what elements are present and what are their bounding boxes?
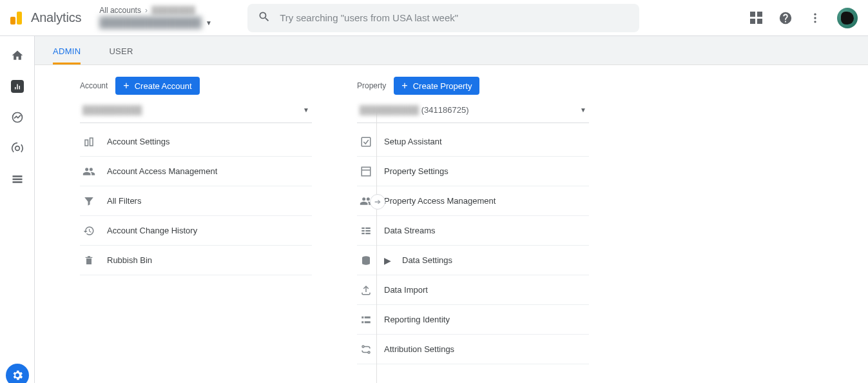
setup-assistant-item[interactable]: Setup Assistant xyxy=(357,127,589,157)
help-icon[interactable] xyxy=(778,10,793,26)
account-history-item[interactable]: Account Change History xyxy=(80,216,312,246)
svg-rect-5 xyxy=(362,137,371,146)
svg-rect-11 xyxy=(365,227,371,228)
svg-rect-17 xyxy=(365,316,371,318)
product-name: Analytics xyxy=(31,10,81,25)
svg-rect-9 xyxy=(362,230,365,231)
svg-point-20 xyxy=(362,346,364,348)
svg-rect-8 xyxy=(362,227,365,228)
property-column: Property + Create Property ██████████ ██… xyxy=(357,77,589,364)
column-divider xyxy=(376,110,377,383)
svg-rect-6 xyxy=(362,167,371,176)
breadcrumb-sub: ██████████████ xyxy=(99,16,202,30)
data-settings-item[interactable]: ▶ Data Settings xyxy=(357,246,589,275)
account-picker[interactable]: All accounts › ████████ ██████████████ ▼ xyxy=(99,6,235,29)
identity-icon xyxy=(360,313,372,326)
svg-rect-13 xyxy=(365,233,371,234)
reporting-identity-item[interactable]: Reporting Identity xyxy=(357,305,589,335)
breadcrumb-entity: ████████ xyxy=(151,6,195,16)
avatar[interactable] xyxy=(837,8,858,28)
svg-rect-19 xyxy=(365,321,371,323)
account-settings-item[interactable]: Account Settings xyxy=(80,127,312,157)
more-vert-icon[interactable] xyxy=(807,10,823,26)
left-nav xyxy=(0,36,35,383)
building-icon xyxy=(82,135,95,148)
plus-icon: + xyxy=(123,81,129,91)
svg-point-0 xyxy=(814,13,816,15)
svg-rect-10 xyxy=(362,233,365,234)
database-icon xyxy=(360,254,372,267)
attribution-settings-item[interactable]: Attribution Settings xyxy=(357,335,589,364)
chevron-right-icon: › xyxy=(145,6,148,16)
attribution-icon xyxy=(360,343,372,356)
svg-point-4 xyxy=(15,146,19,151)
property-selector[interactable]: ██████████ ██████████ (341186725)(341186… xyxy=(357,103,589,123)
home-icon[interactable] xyxy=(11,49,24,62)
reports-icon[interactable] xyxy=(11,80,24,93)
apps-icon[interactable] xyxy=(748,10,764,26)
svg-point-2 xyxy=(814,21,816,23)
create-property-label: Create Property xyxy=(413,81,472,91)
analytics-logo xyxy=(10,12,22,25)
trash-icon xyxy=(82,254,95,267)
caret-down-icon: ▼ xyxy=(580,106,586,113)
svg-rect-12 xyxy=(365,230,371,231)
account-section-label: Account xyxy=(80,81,108,90)
admin-gear-button[interactable] xyxy=(6,364,29,383)
tabs: ADMIN USER xyxy=(35,36,868,64)
rubbish-bin-item[interactable]: Rubbish Bin xyxy=(80,246,312,275)
search-input[interactable] xyxy=(280,12,629,23)
admin-panel: ➔ Account + Create Account ██████████ ▼ xyxy=(35,65,868,383)
layout-icon xyxy=(360,165,372,178)
tab-user[interactable]: USER xyxy=(109,46,133,64)
caret-down-icon: ▼ xyxy=(303,106,309,113)
main-area: ADMIN USER ➔ Account + Create Account ██… xyxy=(35,36,868,383)
plus-icon: + xyxy=(401,81,407,91)
create-account-button[interactable]: + Create Account xyxy=(115,77,199,95)
property-settings-item[interactable]: Property Settings xyxy=(357,157,589,186)
account-selector[interactable]: ██████████ ▼ xyxy=(80,103,312,123)
svg-point-1 xyxy=(814,17,816,19)
all-filters-item[interactable]: All Filters xyxy=(80,186,312,216)
create-account-label: Create Account xyxy=(135,81,192,91)
create-property-button[interactable]: + Create Property xyxy=(394,77,479,95)
search-bar[interactable] xyxy=(247,4,639,32)
advertising-icon[interactable] xyxy=(11,142,24,155)
breadcrumb-prefix: All accounts xyxy=(99,6,141,16)
account-access-item[interactable]: Account Access Management xyxy=(80,157,312,186)
data-import-item[interactable]: Data Import xyxy=(357,275,589,305)
data-streams-item[interactable]: Data Streams xyxy=(357,216,589,246)
navigate-next-button[interactable]: ➔ xyxy=(370,194,385,210)
streams-icon xyxy=(360,224,372,237)
account-column: Account + Create Account ██████████ ▼ Ac… xyxy=(80,77,312,364)
account-selected: ██████████ xyxy=(82,105,142,115)
property-section-label: Property xyxy=(357,81,386,90)
svg-point-21 xyxy=(368,351,370,353)
check-box-icon xyxy=(360,135,372,148)
history-icon xyxy=(82,224,95,237)
configure-icon[interactable] xyxy=(11,173,24,186)
explore-icon[interactable] xyxy=(11,111,24,124)
tab-admin[interactable]: ADMIN xyxy=(53,46,81,64)
upload-icon xyxy=(360,284,372,297)
property-selected: ██████████ ██████████ (341186725)(341186… xyxy=(360,105,468,115)
topbar: Analytics All accounts › ████████ ██████… xyxy=(0,0,868,36)
search-icon xyxy=(258,10,271,25)
topbar-right xyxy=(748,8,858,28)
svg-rect-18 xyxy=(362,321,363,323)
caret-right-icon: ▶ xyxy=(384,255,391,266)
filter-icon xyxy=(82,195,95,208)
property-access-item[interactable]: Property Access Management xyxy=(357,186,589,216)
people-icon xyxy=(82,165,95,178)
svg-rect-16 xyxy=(362,316,363,318)
caret-down-icon: ▼ xyxy=(206,19,212,27)
